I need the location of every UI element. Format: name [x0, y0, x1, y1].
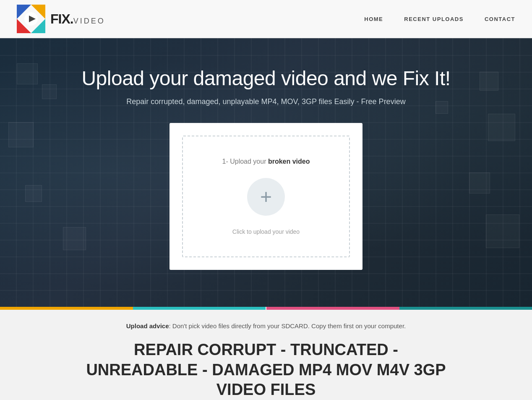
logo-icon [17, 5, 45, 33]
hero-subtitle: Repair corrupted, damaged, unplayable MP… [81, 97, 450, 106]
logo: FIX.VIDEO [17, 5, 105, 33]
upload-advice-label: Upload advice [126, 322, 169, 329]
upload-plus-button[interactable]: + [247, 178, 285, 216]
upload-advice: Upload advice: Don't pick video files di… [8, 322, 524, 329]
nav-contact[interactable]: CONTACT [485, 16, 515, 22]
hero-section: Upload your damaged video and we Fix It!… [0, 38, 532, 307]
logo-fix: FIX. [50, 11, 73, 26]
hero-content: Upload your damaged video and we Fix It!… [81, 67, 450, 123]
deco-square [8, 122, 34, 147]
nav-recent-uploads[interactable]: RECENT UPLOADS [404, 16, 464, 22]
upload-advice-text: : Don't pick video files directly from y… [169, 322, 406, 329]
stripe-orange [0, 307, 133, 310]
below-hero-section: Upload advice: Don't pick video files di… [0, 310, 532, 400]
upload-label: 1- Upload your broken video [222, 158, 310, 165]
main-nav: HOME RECENT UPLOADS CONTACT [364, 16, 515, 22]
upload-box[interactable]: 1- Upload your broken video + Click to u… [170, 123, 362, 270]
deco-square [469, 173, 490, 193]
color-stripe [0, 307, 532, 310]
upload-drop-zone[interactable]: 1- Upload your broken video + Click to u… [182, 136, 350, 257]
stripe-teal [133, 307, 266, 310]
deco-square [480, 72, 498, 91]
deco-square [25, 185, 42, 202]
deco-square [63, 227, 86, 250]
hero-title: Upload your damaged video and we Fix It! [81, 67, 450, 90]
logo-video: VIDEO [73, 17, 105, 25]
stripe-pink [266, 307, 399, 310]
stripe-dark-teal [399, 307, 532, 310]
plus-icon: + [260, 187, 272, 207]
deco-square [42, 84, 57, 99]
site-header: FIX.VIDEO HOME RECENT UPLOADS CONTACT [0, 0, 532, 38]
nav-home[interactable]: HOME [364, 16, 383, 22]
deco-square [486, 214, 519, 248]
upload-click-text: Click to upload your video [232, 228, 300, 235]
deco-square [488, 114, 515, 141]
repair-title: REPAIR CORRUPT - TRUNCATED - UNREADABLE … [77, 340, 455, 400]
logo-text-area: FIX.VIDEO [50, 11, 105, 27]
deco-square [17, 63, 38, 84]
